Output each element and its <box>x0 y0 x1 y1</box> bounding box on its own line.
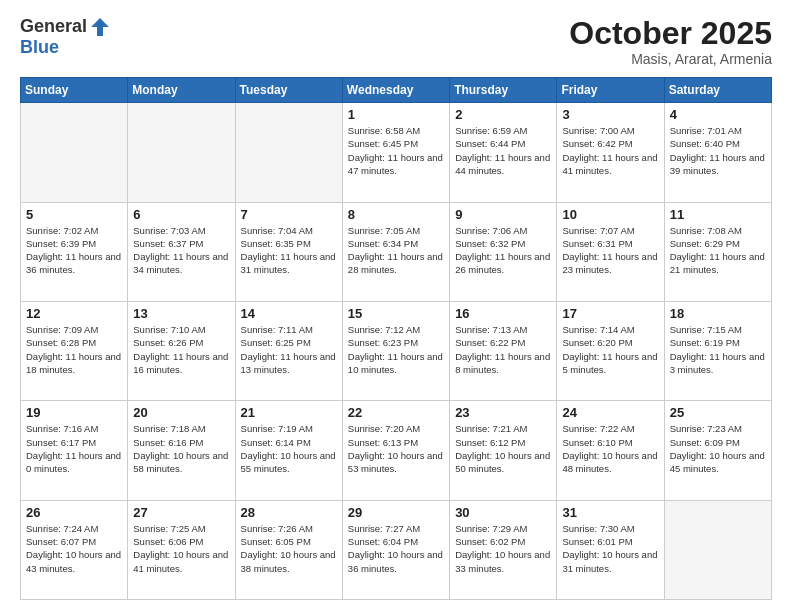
day-info: Sunrise: 7:27 AM Sunset: 6:04 PM Dayligh… <box>348 522 444 575</box>
day-cell: 1Sunrise: 6:58 AM Sunset: 6:45 PM Daylig… <box>342 103 449 202</box>
day-cell: 31Sunrise: 7:30 AM Sunset: 6:01 PM Dayli… <box>557 500 664 599</box>
day-number: 1 <box>348 107 444 122</box>
day-cell: 15Sunrise: 7:12 AM Sunset: 6:23 PM Dayli… <box>342 301 449 400</box>
day-cell: 25Sunrise: 7:23 AM Sunset: 6:09 PM Dayli… <box>664 401 771 500</box>
day-cell: 23Sunrise: 7:21 AM Sunset: 6:12 PM Dayli… <box>450 401 557 500</box>
day-info: Sunrise: 7:25 AM Sunset: 6:06 PM Dayligh… <box>133 522 229 575</box>
day-cell: 12Sunrise: 7:09 AM Sunset: 6:28 PM Dayli… <box>21 301 128 400</box>
day-number: 18 <box>670 306 766 321</box>
page: General Blue October 2025 Masis, Ararat,… <box>0 0 792 612</box>
logo-blue-text: Blue <box>20 38 111 58</box>
day-info: Sunrise: 7:10 AM Sunset: 6:26 PM Dayligh… <box>133 323 229 376</box>
day-cell: 6Sunrise: 7:03 AM Sunset: 6:37 PM Daylig… <box>128 202 235 301</box>
day-info: Sunrise: 7:18 AM Sunset: 6:16 PM Dayligh… <box>133 422 229 475</box>
day-info: Sunrise: 7:00 AM Sunset: 6:42 PM Dayligh… <box>562 124 658 177</box>
col-header-friday: Friday <box>557 78 664 103</box>
day-number: 20 <box>133 405 229 420</box>
day-info: Sunrise: 7:07 AM Sunset: 6:31 PM Dayligh… <box>562 224 658 277</box>
day-number: 13 <box>133 306 229 321</box>
day-number: 25 <box>670 405 766 420</box>
day-number: 12 <box>26 306 122 321</box>
day-info: Sunrise: 7:14 AM Sunset: 6:20 PM Dayligh… <box>562 323 658 376</box>
day-cell: 4Sunrise: 7:01 AM Sunset: 6:40 PM Daylig… <box>664 103 771 202</box>
week-row-2: 5Sunrise: 7:02 AM Sunset: 6:39 PM Daylig… <box>21 202 772 301</box>
day-number: 2 <box>455 107 551 122</box>
day-cell: 30Sunrise: 7:29 AM Sunset: 6:02 PM Dayli… <box>450 500 557 599</box>
title-block: October 2025 Masis, Ararat, Armenia <box>569 16 772 67</box>
day-number: 6 <box>133 207 229 222</box>
day-number: 8 <box>348 207 444 222</box>
day-cell: 17Sunrise: 7:14 AM Sunset: 6:20 PM Dayli… <box>557 301 664 400</box>
day-info: Sunrise: 7:22 AM Sunset: 6:10 PM Dayligh… <box>562 422 658 475</box>
day-cell: 29Sunrise: 7:27 AM Sunset: 6:04 PM Dayli… <box>342 500 449 599</box>
day-info: Sunrise: 7:21 AM Sunset: 6:12 PM Dayligh… <box>455 422 551 475</box>
day-info: Sunrise: 7:16 AM Sunset: 6:17 PM Dayligh… <box>26 422 122 475</box>
day-cell: 21Sunrise: 7:19 AM Sunset: 6:14 PM Dayli… <box>235 401 342 500</box>
day-number: 4 <box>670 107 766 122</box>
day-info: Sunrise: 7:15 AM Sunset: 6:19 PM Dayligh… <box>670 323 766 376</box>
day-cell: 14Sunrise: 7:11 AM Sunset: 6:25 PM Dayli… <box>235 301 342 400</box>
week-row-3: 12Sunrise: 7:09 AM Sunset: 6:28 PM Dayli… <box>21 301 772 400</box>
day-number: 27 <box>133 505 229 520</box>
day-info: Sunrise: 7:11 AM Sunset: 6:25 PM Dayligh… <box>241 323 337 376</box>
day-cell: 2Sunrise: 6:59 AM Sunset: 6:44 PM Daylig… <box>450 103 557 202</box>
day-info: Sunrise: 6:58 AM Sunset: 6:45 PM Dayligh… <box>348 124 444 177</box>
day-number: 9 <box>455 207 551 222</box>
day-number: 28 <box>241 505 337 520</box>
day-info: Sunrise: 7:05 AM Sunset: 6:34 PM Dayligh… <box>348 224 444 277</box>
col-header-wednesday: Wednesday <box>342 78 449 103</box>
day-number: 3 <box>562 107 658 122</box>
day-number: 10 <box>562 207 658 222</box>
day-number: 29 <box>348 505 444 520</box>
logo-icon <box>89 16 111 38</box>
logo: General Blue <box>20 16 111 58</box>
day-number: 24 <box>562 405 658 420</box>
day-cell: 19Sunrise: 7:16 AM Sunset: 6:17 PM Dayli… <box>21 401 128 500</box>
day-cell: 22Sunrise: 7:20 AM Sunset: 6:13 PM Dayli… <box>342 401 449 500</box>
day-cell: 9Sunrise: 7:06 AM Sunset: 6:32 PM Daylig… <box>450 202 557 301</box>
day-cell: 7Sunrise: 7:04 AM Sunset: 6:35 PM Daylig… <box>235 202 342 301</box>
day-cell <box>21 103 128 202</box>
day-number: 21 <box>241 405 337 420</box>
calendar-header-row: SundayMondayTuesdayWednesdayThursdayFrid… <box>21 78 772 103</box>
day-info: Sunrise: 7:30 AM Sunset: 6:01 PM Dayligh… <box>562 522 658 575</box>
day-number: 31 <box>562 505 658 520</box>
day-info: Sunrise: 7:26 AM Sunset: 6:05 PM Dayligh… <box>241 522 337 575</box>
col-header-monday: Monday <box>128 78 235 103</box>
day-info: Sunrise: 7:20 AM Sunset: 6:13 PM Dayligh… <box>348 422 444 475</box>
day-number: 26 <box>26 505 122 520</box>
day-number: 16 <box>455 306 551 321</box>
day-cell: 13Sunrise: 7:10 AM Sunset: 6:26 PM Dayli… <box>128 301 235 400</box>
day-info: Sunrise: 7:08 AM Sunset: 6:29 PM Dayligh… <box>670 224 766 277</box>
day-number: 14 <box>241 306 337 321</box>
day-number: 11 <box>670 207 766 222</box>
day-cell: 26Sunrise: 7:24 AM Sunset: 6:07 PM Dayli… <box>21 500 128 599</box>
day-info: Sunrise: 7:13 AM Sunset: 6:22 PM Dayligh… <box>455 323 551 376</box>
calendar-subtitle: Masis, Ararat, Armenia <box>569 51 772 67</box>
day-info: Sunrise: 7:01 AM Sunset: 6:40 PM Dayligh… <box>670 124 766 177</box>
col-header-sunday: Sunday <box>21 78 128 103</box>
day-number: 19 <box>26 405 122 420</box>
day-cell: 5Sunrise: 7:02 AM Sunset: 6:39 PM Daylig… <box>21 202 128 301</box>
day-info: Sunrise: 7:02 AM Sunset: 6:39 PM Dayligh… <box>26 224 122 277</box>
day-info: Sunrise: 7:09 AM Sunset: 6:28 PM Dayligh… <box>26 323 122 376</box>
day-cell: 20Sunrise: 7:18 AM Sunset: 6:16 PM Dayli… <box>128 401 235 500</box>
day-info: Sunrise: 7:03 AM Sunset: 6:37 PM Dayligh… <box>133 224 229 277</box>
week-row-5: 26Sunrise: 7:24 AM Sunset: 6:07 PM Dayli… <box>21 500 772 599</box>
day-info: Sunrise: 7:23 AM Sunset: 6:09 PM Dayligh… <box>670 422 766 475</box>
week-row-1: 1Sunrise: 6:58 AM Sunset: 6:45 PM Daylig… <box>21 103 772 202</box>
day-info: Sunrise: 7:19 AM Sunset: 6:14 PM Dayligh… <box>241 422 337 475</box>
day-cell <box>128 103 235 202</box>
day-number: 5 <box>26 207 122 222</box>
day-info: Sunrise: 7:29 AM Sunset: 6:02 PM Dayligh… <box>455 522 551 575</box>
day-cell: 24Sunrise: 7:22 AM Sunset: 6:10 PM Dayli… <box>557 401 664 500</box>
day-cell <box>235 103 342 202</box>
col-header-saturday: Saturday <box>664 78 771 103</box>
svg-marker-0 <box>91 18 109 36</box>
week-row-4: 19Sunrise: 7:16 AM Sunset: 6:17 PM Dayli… <box>21 401 772 500</box>
day-info: Sunrise: 7:04 AM Sunset: 6:35 PM Dayligh… <box>241 224 337 277</box>
day-number: 7 <box>241 207 337 222</box>
day-cell: 28Sunrise: 7:26 AM Sunset: 6:05 PM Dayli… <box>235 500 342 599</box>
col-header-tuesday: Tuesday <box>235 78 342 103</box>
header: General Blue October 2025 Masis, Ararat,… <box>20 16 772 67</box>
